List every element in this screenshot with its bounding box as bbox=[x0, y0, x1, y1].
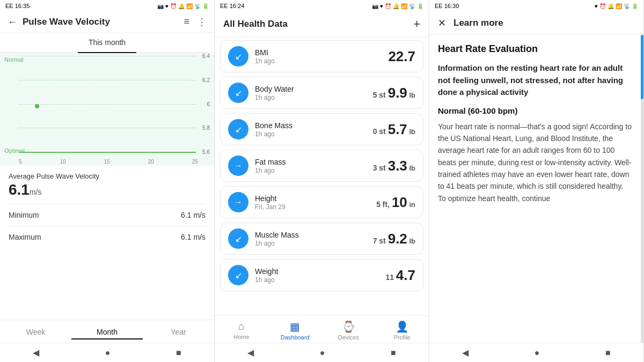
recent-nav-p3[interactable]: ■ bbox=[605, 348, 611, 358]
body-water-name: Body Water bbox=[255, 85, 373, 93]
bmi-icon: ↙ bbox=[228, 46, 248, 67]
nav-profile[interactable]: 👤 Profile bbox=[375, 320, 429, 341]
p3-content: Heart Rate Evaluation Information on the… bbox=[429, 35, 643, 343]
stat-row-max: Maximum 6.1 m/s bbox=[9, 226, 206, 248]
p3-header: ✕ Learn more bbox=[429, 12, 643, 35]
health-list: ↙ BMI 1h ago 22.7 ↙ Body Water 1h ago 5 … bbox=[215, 37, 429, 315]
body-water-value: 5 st 9.9 lb bbox=[373, 85, 415, 101]
health-item-muscle-mass[interactable]: ↙ Muscle Mass 1h ago 7 st 9.2 lb bbox=[220, 223, 423, 255]
x-label-25: 25 bbox=[192, 159, 198, 165]
health-item-bone-mass[interactable]: ↙ Bone Mass 1h ago 0 st 5.7 lb bbox=[220, 113, 423, 145]
max-value: 6.1 m/s bbox=[181, 233, 206, 241]
grid-value-6-2: 6.2 bbox=[198, 77, 210, 83]
home-nav-p2[interactable]: ● bbox=[320, 348, 325, 358]
status-time-p3: EE 16:30 bbox=[435, 3, 459, 9]
muscle-mass-time: 1h ago bbox=[255, 240, 373, 247]
grid-line-5-6: 5.6 bbox=[19, 149, 210, 155]
nav-profile-label: Profile bbox=[394, 334, 411, 341]
x-label-5: 5 bbox=[19, 159, 22, 165]
status-icons-p3: ♥⏰🔔📶📡🔋 bbox=[595, 3, 638, 9]
height-time: Fri, Jan 29 bbox=[255, 203, 376, 211]
nav-dashboard[interactable]: ▦ Dashboard bbox=[268, 320, 322, 341]
health-item-weight[interactable]: ↙ Weight 1h ago 11 4.7 bbox=[220, 259, 423, 291]
p2-page-title: All Health Data bbox=[223, 19, 288, 29]
fat-mass-time: 1h ago bbox=[255, 167, 373, 174]
x-label-20: 20 bbox=[148, 159, 154, 165]
p1-bottom-tabs: Week Month Year bbox=[0, 320, 214, 343]
chart-label-optimal: Optimal bbox=[4, 147, 25, 154]
bone-mass-name: Bone Mass bbox=[255, 121, 373, 130]
recent-nav-p1[interactable]: ■ bbox=[176, 348, 181, 358]
tab-this-month[interactable]: This month bbox=[78, 33, 136, 53]
data-point bbox=[35, 104, 39, 108]
profile-icon: 👤 bbox=[396, 320, 409, 333]
p2-bottom-nav: ⌂ Home ▦ Dashboard ⌚ Devices 👤 Profile bbox=[215, 315, 429, 343]
grid-value-5-6: 5.6 bbox=[198, 149, 210, 155]
height-info: Height Fri, Jan 29 bbox=[255, 194, 376, 211]
bone-mass-info: Bone Mass 1h ago bbox=[255, 121, 373, 138]
avg-section: Average Pulse Wave Velocity 6.1m/s bbox=[0, 166, 214, 202]
fat-mass-info: Fat mass 1h ago bbox=[255, 158, 373, 174]
home-nav-p3[interactable]: ● bbox=[535, 348, 540, 358]
android-nav-p3: ◀ ● ■ bbox=[429, 343, 643, 362]
close-button[interactable]: ✕ bbox=[438, 17, 446, 29]
bone-mass-value: 0 st 5.7 lb bbox=[373, 121, 415, 138]
recent-nav-p2[interactable]: ■ bbox=[391, 348, 396, 358]
stat-row-min: Minimum 6.1 m/s bbox=[9, 204, 206, 226]
back-nav-p3[interactable]: ◀ bbox=[462, 348, 469, 358]
scroll-indicator bbox=[641, 35, 643, 343]
body-water-icon: ↙ bbox=[228, 83, 248, 103]
tab-bar: This month bbox=[0, 33, 214, 53]
weight-value: 11 4.7 bbox=[385, 267, 415, 284]
muscle-mass-value: 7 st 9.2 lb bbox=[373, 231, 415, 247]
bone-mass-time: 1h ago bbox=[255, 130, 373, 138]
bmi-value: 22.7 bbox=[388, 48, 415, 65]
status-bar-p1: EE 16:35 📷♥⏰🔔📶📡🔋 bbox=[0, 0, 214, 12]
nav-home[interactable]: ⌂ Home bbox=[215, 320, 268, 341]
health-item-bmi[interactable]: ↙ BMI 1h ago 22.7 bbox=[220, 40, 423, 72]
tab-month[interactable]: Month bbox=[71, 326, 143, 339]
stats-section: Minimum 6.1 m/s Maximum 6.1 m/s bbox=[0, 202, 214, 250]
tab-week[interactable]: Week bbox=[0, 326, 71, 339]
add-health-data-button[interactable]: + bbox=[413, 17, 420, 31]
grid-value-6-4: 6.4 bbox=[198, 53, 210, 59]
body-water-time: 1h ago bbox=[255, 94, 373, 101]
status-icons-p2: 📷♥⏰🔔📶📡🔋 bbox=[372, 3, 423, 9]
back-button[interactable]: ← bbox=[8, 17, 17, 28]
weight-icon: ↙ bbox=[228, 265, 248, 285]
avg-value: 6.1m/s bbox=[9, 181, 206, 198]
status-time-p1: EE 16:35 bbox=[5, 3, 30, 9]
status-icons-p1: 📷♥⏰🔔📶📡🔋 bbox=[157, 3, 209, 9]
avg-label: Average Pulse Wave Velocity bbox=[9, 172, 206, 180]
weight-info: Weight 1h ago bbox=[255, 267, 385, 284]
p3-section-title: Heart Rate Evaluation bbox=[438, 43, 633, 55]
health-item-body-water[interactable]: ↙ Body Water 1h ago 5 st 9.9 lb bbox=[220, 77, 423, 109]
bmi-info: BMI 1h ago bbox=[255, 48, 388, 65]
weight-name: Weight bbox=[255, 267, 385, 276]
nav-devices-label: Devices bbox=[338, 334, 359, 341]
back-nav-p2[interactable]: ◀ bbox=[247, 348, 254, 358]
nav-devices[interactable]: ⌚ Devices bbox=[322, 320, 376, 341]
p1-header: ← Pulse Wave Velocity ≡ ⋮ bbox=[0, 12, 214, 33]
bmi-name: BMI bbox=[255, 48, 388, 57]
more-icon[interactable]: ⋮ bbox=[197, 16, 207, 28]
home-nav-p1[interactable]: ● bbox=[105, 348, 111, 358]
weight-time: 1h ago bbox=[255, 276, 385, 284]
health-item-fat-mass[interactable]: → Fat mass 1h ago 3 st 3.3 lb bbox=[220, 150, 423, 182]
health-item-height[interactable]: → Height Fri, Jan 29 5 ft, 10 in bbox=[220, 186, 423, 218]
grid-line-6: 6 bbox=[19, 101, 210, 107]
scroll-thumb bbox=[641, 35, 643, 99]
x-label-15: 15 bbox=[104, 159, 110, 165]
fat-mass-value: 3 st 3.3 lb bbox=[373, 158, 415, 174]
tab-year[interactable]: Year bbox=[143, 326, 214, 339]
list-icon[interactable]: ≡ bbox=[184, 16, 189, 28]
bmi-time: 1h ago bbox=[255, 57, 388, 65]
grid-value-5-8: 5.8 bbox=[198, 125, 210, 131]
status-time-p2: EE 16:24 bbox=[220, 3, 244, 9]
body-water-info: Body Water 1h ago bbox=[255, 85, 373, 101]
p3-subheading: Normal (60-100 bpm) bbox=[438, 106, 633, 115]
back-nav-p1[interactable]: ◀ bbox=[33, 348, 39, 358]
android-nav-p2: ◀ ● ■ bbox=[215, 343, 429, 362]
height-value: 5 ft, 10 in bbox=[376, 194, 415, 211]
muscle-mass-name: Muscle Mass bbox=[255, 231, 373, 239]
